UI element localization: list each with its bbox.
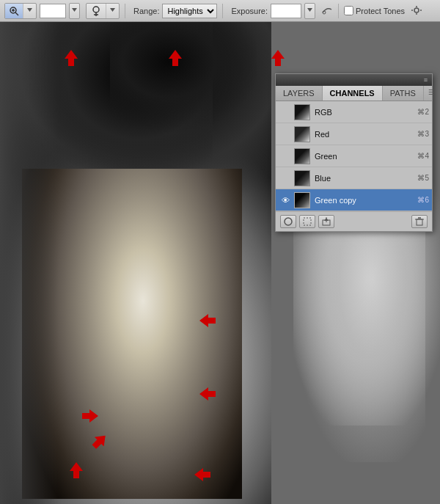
separator3 <box>338 4 339 18</box>
channel-thumb-rgb <box>294 104 310 120</box>
svg-rect-23 <box>304 218 311 225</box>
chevron-down-icon2 <box>110 8 115 13</box>
svg-marker-10 <box>307 8 312 12</box>
channel-visibility-rgb[interactable] <box>279 106 292 119</box>
svg-marker-5 <box>72 8 77 12</box>
channel-row-red[interactable]: Red ⌘3 <box>276 123 432 145</box>
panel-titlebar: ≡ <box>276 74 432 86</box>
tab-paths[interactable]: PATHS <box>383 86 424 101</box>
dodge-icon <box>90 6 102 16</box>
range-dropdown[interactable]: Highlights Midtones Shadows <box>162 4 217 18</box>
svg-marker-4 <box>27 8 32 12</box>
channel-name-blue: Blue <box>315 174 417 183</box>
channel-thumb-green-copy <box>294 192 310 208</box>
svg-marker-15 <box>271 50 285 66</box>
zoom-value-input[interactable]: 175 <box>40 4 66 18</box>
channel-name-red: Red <box>315 130 417 139</box>
delete-channel-button[interactable] <box>411 215 428 228</box>
channel-shortcut-red: ⌘3 <box>417 130 429 138</box>
exposure-dropdown-arrow[interactable] <box>304 3 315 19</box>
protect-tones-group: Protect Tones <box>344 6 405 15</box>
body-layer <box>22 169 242 499</box>
panel-close-button[interactable]: ≡ <box>424 76 428 84</box>
zoom-tool-group <box>4 3 37 19</box>
canvas-area: ≡ LAYERS CHANNELS PATHS ☰ RGB ⌘2 <box>0 22 440 504</box>
zoom-dropdown-arrow[interactable] <box>69 3 80 19</box>
panel-tabs: LAYERS CHANNELS PATHS ☰ <box>276 86 432 101</box>
range-label: Range: <box>133 7 159 15</box>
circle-icon <box>284 217 293 226</box>
svg-point-6 <box>93 7 99 12</box>
channel-shortcut-green: ⌘4 <box>417 152 429 160</box>
channel-thumb-green <box>294 148 310 164</box>
airbrush-icon <box>321 5 333 15</box>
channel-visibility-green[interactable] <box>279 150 292 163</box>
channel-row-green-copy[interactable]: 👁 Green copy ⌘6 <box>276 189 432 211</box>
settings-icon <box>411 5 422 15</box>
panel-menu-button[interactable]: ☰ <box>424 86 439 101</box>
dodge-dropdown-arrow[interactable] <box>106 4 119 18</box>
load-channel-as-selection-button[interactable] <box>299 215 315 228</box>
channel-name-green-copy: Green copy <box>315 196 417 205</box>
svg-line-1 <box>15 12 18 15</box>
channel-thumb-blue <box>294 170 310 186</box>
toolbar: 175 Range: Highlights Midtones Shadows E… <box>0 0 440 22</box>
channel-name-rgb: RGB <box>315 108 417 117</box>
svg-point-12 <box>414 8 419 12</box>
dotted-square-icon <box>303 217 312 226</box>
chevron-down-small-icon <box>72 8 77 13</box>
separator2 <box>222 4 223 18</box>
channel-shortcut-rgb: ⌘2 <box>417 108 429 116</box>
save-selection-as-channel-button[interactable] <box>318 215 334 228</box>
tab-layers[interactable]: LAYERS <box>276 86 323 101</box>
channel-row-blue[interactable]: Blue ⌘5 <box>276 167 432 189</box>
new-channel-from-selection-button[interactable] <box>280 215 296 228</box>
channel-list: RGB ⌘2 Red ⌘3 Green ⌘4 Blue <box>276 101 432 211</box>
exposure-input[interactable]: 100% <box>271 4 301 18</box>
dodge-tool-group <box>86 3 120 19</box>
channel-thumb-red <box>294 126 310 142</box>
svg-marker-9 <box>110 8 115 12</box>
protect-tones-label: Protect Tones <box>356 7 405 15</box>
airbrush-button[interactable] <box>321 5 333 17</box>
protect-tones-checkbox[interactable] <box>344 6 353 15</box>
dodge-tool-button[interactable] <box>87 4 106 18</box>
arrow-up-3 <box>271 50 285 68</box>
channel-row-green[interactable]: Green ⌘4 <box>276 145 432 167</box>
channel-shortcut-green-copy: ⌘6 <box>417 196 429 204</box>
zoom-in-button[interactable] <box>5 4 23 18</box>
red-arrow-icon-3 <box>271 50 285 66</box>
chevron-down-icon <box>27 8 32 13</box>
tab-channels[interactable]: CHANNELS <box>323 86 383 101</box>
channel-visibility-green-copy[interactable]: 👁 <box>279 194 292 207</box>
channel-shortcut-blue: ⌘5 <box>417 174 429 182</box>
settings-button[interactable] <box>411 5 422 17</box>
save-channel-icon <box>322 217 331 226</box>
channels-panel: ≡ LAYERS CHANNELS PATHS ☰ RGB ⌘2 <box>275 73 433 232</box>
panel-bottom-bar <box>276 211 432 231</box>
separator1 <box>125 4 125 18</box>
trash-icon <box>415 217 424 226</box>
channel-name-green: Green <box>315 152 417 161</box>
svg-rect-27 <box>417 219 422 225</box>
channel-row-rgb[interactable]: RGB ⌘2 <box>276 101 432 123</box>
exposure-label: Exposure: <box>231 7 268 15</box>
svg-marker-26 <box>324 218 329 221</box>
magnify-icon <box>9 6 19 16</box>
dropdown-arrow-button[interactable] <box>23 4 36 18</box>
svg-point-22 <box>285 218 292 225</box>
channel-visibility-red[interactable] <box>279 128 292 141</box>
chevron-down-icon3 <box>307 8 312 13</box>
channel-visibility-blue[interactable] <box>279 172 292 185</box>
